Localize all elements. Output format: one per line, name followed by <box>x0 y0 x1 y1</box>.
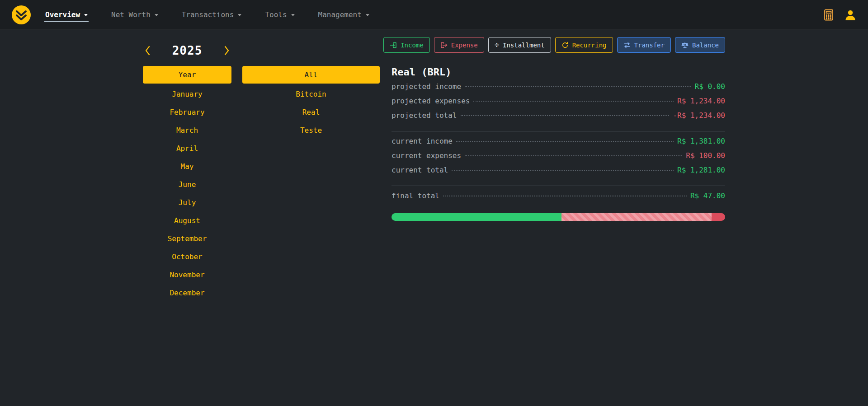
income-filter-button[interactable]: Income <box>383 37 430 53</box>
transfer-filter-button[interactable]: Transfer <box>617 37 671 53</box>
top-navbar: Overview Net Worth Transactions Tools Ma… <box>0 0 868 30</box>
month-august[interactable]: August <box>143 212 231 230</box>
row-label: current total <box>392 166 448 174</box>
navbar-right-tools <box>824 9 856 21</box>
prev-year-button[interactable] <box>144 45 151 56</box>
expense-filter-button[interactable]: Expense <box>434 37 484 53</box>
summary-rows: projected income R$ 0.00 projected expen… <box>392 82 725 206</box>
nav-tools[interactable]: Tools <box>264 8 295 22</box>
dot-leader <box>443 196 687 196</box>
current-total-row: current total R$ 1,281.00 <box>392 166 725 180</box>
double-chevron-down-logo <box>12 5 31 24</box>
row-value: R$ 0.00 <box>695 82 725 91</box>
current-expenses-row: current expenses R$ 100.00 <box>392 151 725 166</box>
month-june[interactable]: June <box>143 176 231 194</box>
year-button[interactable]: Year <box>143 66 231 84</box>
dot-leader <box>456 141 674 142</box>
row-label: current income <box>392 137 453 145</box>
projected-expenses-row: projected expenses R$ 1,234.00 <box>392 97 725 111</box>
balance-filter-button[interactable]: Balance <box>675 37 725 53</box>
account-selector: All Bitcoin Real Teste <box>242 30 380 302</box>
nav-management[interactable]: Management <box>317 8 370 22</box>
budget-progress-bar <box>392 213 725 221</box>
month-december[interactable]: December <box>143 284 231 302</box>
dot-leader <box>465 86 691 87</box>
nav-net-worth[interactable]: Net Worth <box>110 8 159 22</box>
account-list: Bitcoin Real Teste <box>242 85 380 140</box>
row-value: R$ 100.00 <box>686 151 725 160</box>
box-arrow-out-icon <box>440 42 448 49</box>
account-real[interactable]: Real <box>242 103 380 121</box>
transfer-filter-label: Transfer <box>634 42 665 49</box>
chevron-down-icon <box>155 14 158 16</box>
chevron-down-icon <box>366 14 369 16</box>
month-list: January February March April May June Ju… <box>143 85 231 302</box>
calculator-icon[interactable] <box>824 9 834 21</box>
division-icon: ÷ <box>495 41 499 49</box>
section-divider <box>392 186 725 186</box>
income-filter-label: Income <box>401 42 424 49</box>
repeat-icon <box>561 42 569 49</box>
month-october[interactable]: October <box>143 248 231 266</box>
recurring-filter-label: Recurring <box>572 42 607 49</box>
recurring-filter-button[interactable]: Recurring <box>555 37 613 53</box>
row-label: projected income <box>392 82 461 91</box>
next-year-button[interactable] <box>223 45 231 56</box>
nav-overview[interactable]: Overview <box>44 8 89 22</box>
all-accounts-button[interactable]: All <box>242 66 380 84</box>
user-icon[interactable] <box>844 9 856 21</box>
balance-scale-icon <box>681 42 689 49</box>
chevron-left-icon <box>145 46 151 56</box>
chevron-right-icon <box>224 46 230 56</box>
nav-management-label: Management <box>318 10 362 19</box>
chevron-down-icon <box>84 14 88 16</box>
month-april[interactable]: April <box>143 140 231 158</box>
dot-leader <box>461 115 670 116</box>
chevron-down-icon <box>291 14 295 16</box>
progress-segment-green <box>392 213 561 221</box>
row-value: R$ 1,381.00 <box>677 137 725 145</box>
current-income-row: current income R$ 1,381.00 <box>392 137 725 151</box>
transfer-arrows-icon <box>623 42 631 49</box>
row-label: current expenses <box>392 151 461 160</box>
month-march[interactable]: March <box>143 121 231 140</box>
month-may[interactable]: May <box>143 158 231 176</box>
month-september[interactable]: September <box>143 230 231 248</box>
row-value: R$ 1,234.00 <box>677 97 725 105</box>
month-november[interactable]: November <box>143 266 231 284</box>
summary-panel: Income Expense ÷ Installment Recurring <box>392 30 725 302</box>
installment-filter-label: Installment <box>503 42 545 49</box>
summary-title: Real (BRL) <box>392 66 725 78</box>
projected-income-row: projected income R$ 0.00 <box>392 82 725 97</box>
account-teste[interactable]: Teste <box>242 121 380 140</box>
row-label: projected total <box>392 111 457 120</box>
row-label: projected expenses <box>392 97 470 105</box>
row-value: -R$ 1,234.00 <box>673 111 725 120</box>
expense-filter-label: Expense <box>451 42 478 49</box>
transaction-filter-row: Income Expense ÷ Installment Recurring <box>392 37 725 53</box>
section-divider <box>392 131 725 131</box>
row-label: final total <box>392 191 439 200</box>
nav-tools-label: Tools <box>265 10 287 19</box>
nav-transactions[interactable]: Transactions <box>181 8 243 22</box>
dot-leader <box>452 170 674 171</box>
projected-total-row: projected total -R$ 1,234.00 <box>392 111 725 126</box>
progress-segment-striped-red <box>561 213 712 221</box>
installment-filter-button[interactable]: ÷ Installment <box>488 37 551 53</box>
box-arrow-in-icon <box>390 42 397 49</box>
month-july[interactable]: July <box>143 194 231 212</box>
month-february[interactable]: February <box>143 103 231 121</box>
main-navigation: Overview Net Worth Transactions Tools Ma… <box>44 0 392 29</box>
brand-logo[interactable] <box>12 5 31 24</box>
account-bitcoin[interactable]: Bitcoin <box>242 85 380 103</box>
nav-overview-label: Overview <box>45 10 80 19</box>
month-january[interactable]: January <box>143 85 231 103</box>
dot-leader <box>465 155 682 156</box>
row-value: R$ 47.00 <box>690 191 725 200</box>
year-label: 2025 <box>172 44 203 57</box>
chevron-down-icon <box>238 14 241 16</box>
row-value: R$ 1,281.00 <box>677 166 725 174</box>
nav-net-worth-label: Net Worth <box>111 10 151 19</box>
overview-page: 2025 Year January February March April M… <box>0 30 868 302</box>
balance-filter-label: Balance <box>692 42 719 49</box>
